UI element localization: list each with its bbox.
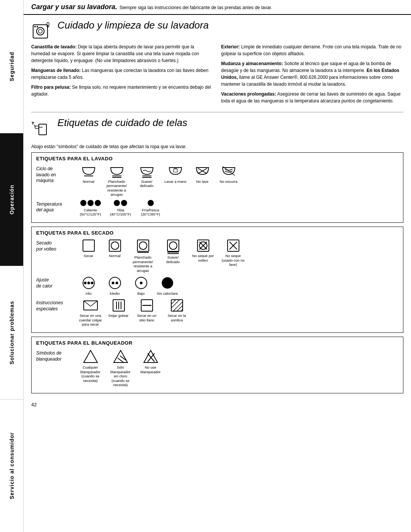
svg-point-49 [91,281,93,284]
dot1 [114,200,120,206]
special-drip-icon: Dejar gotear [108,299,129,318]
sidebar-section-solucionar: Solucionar problemas [0,266,23,399]
header-subtitle: Siempre siga las instrucciones del fabri… [119,5,272,10]
heat-low-icon: Bajo [131,276,151,296]
section2-header: Etiquetas de cuidado de telas [24,112,411,141]
sidebar-label-operacion: Operación [9,185,15,214]
svg-point-14 [33,122,34,123]
filtro-text: Filtro para pelusa: Se limpia solo, no r… [31,84,213,97]
bleach-no-icon: No use blanqueador [138,349,163,374]
wash-nodrip-icon: No escurra [218,165,239,184]
section2-title: Etiquetas de cuidado de telas [57,117,187,129]
dry-delicate-label: Suave/ delicado [161,255,185,264]
special-shade-label: Secar en la sombra [164,313,189,322]
dot2 [121,200,127,206]
svg-point-52 [115,281,118,284]
sidebar-section-operacion: Operación [0,133,23,267]
svg-point-4 [37,26,38,27]
temp-warm-dots [114,200,127,206]
temp-hot-dots [80,200,101,206]
special-drip-label: Dejar gotear [108,313,128,318]
calor-icons: Alto Medio [78,276,178,296]
dry-delicate-icon: Suave/ delicado [161,239,185,264]
secado-row-calor: Ajustede calor Alto [36,276,398,296]
volteo-icons: Secar Normal [78,239,245,273]
blanqueador-title: ETIQUETAS PARA EL BLANQUEADOR [36,340,398,346]
sidebar-label-solucionar: Solucionar problemas [9,301,15,364]
svg-point-12 [32,123,33,125]
svg-point-13 [32,122,33,123]
svg-marker-73 [144,350,158,363]
section1-text: Canastilla de lavado: Deje la tapa abier… [24,43,411,112]
lavado-row-temp: Temperaturadel agua Caliente (50°C/120°F… [36,200,398,217]
bleach-any-icon: Cualquier blanqueador (cuando se necesit… [78,349,103,383]
temp-hot-icon: Caliente (50°C/120°F) [78,200,103,217]
sidebar-section-seguridad: Seguridad [0,0,23,133]
heat-medium-icon: Medio [104,276,125,296]
especiales-label: Instruccionesespeciales [36,299,78,312]
temp-label: Temperaturadel agua [36,200,78,213]
wash-nodrip-label: No escurra [220,179,237,184]
svg-point-31 [111,242,119,249]
dot1 [148,200,154,206]
heat-none-label: Sin calor/aire [157,291,178,296]
section1-header: Cuidado y limpieza de su lavadora [24,15,411,43]
special-flat-label: Secar en un sitio llano [134,313,159,322]
header-title: Cargar y usar su lavadora. [31,3,117,11]
svg-point-36 [169,242,177,249]
svg-point-3 [34,26,36,27]
col-right: Exterior: Limpie de inmediato cualquier … [221,43,403,107]
svg-point-33 [139,242,147,249]
blanqueador-box: ETIQUETAS PARA EL BLANQUEADOR Símbolos d… [31,337,403,393]
wash-no-icon: No lave [192,165,213,184]
especiales-icons: Secar en una cuerda/ colgar para secar D… [78,299,189,326]
calor-label: Ajustede calor [36,276,78,289]
etiquetas-section: Abajo están "símbolos" de cuidado de tel… [24,141,411,399]
dry-no-icon: No seque por volteo [191,239,215,262]
dry-permanent-label: Planchado permanente/ resistente a arrug… [131,255,155,273]
page-num-text: 42 [31,402,37,407]
heat-low-label: Bajo [137,291,145,296]
blanqueador-icons: Cualquier blanqueador (cuando se necesit… [78,349,163,387]
dry-no-label: No seque por volteo [191,254,215,262]
page-header: Cargar y usar su lavadora. Siempre siga … [24,0,411,15]
svg-point-2 [38,29,42,33]
svg-line-64 [171,300,176,304]
bleach-nonchlor-icon: Sólo blanqueador sin cloro (cuando se ne… [108,349,133,387]
dot2 [88,200,94,206]
lavado-title: ETIQUETAS PARA EL LAVADO [36,156,398,161]
wash-hand-icon: Lavar a mano [164,165,186,184]
temp-cold-dots [148,200,154,206]
svg-point-48 [87,281,90,284]
special-line-icon: Secar en una cuerda/ colgar para secar [78,299,103,326]
heat-none-icon: Sin calor/aire [157,276,178,296]
lavado-box: ETIQUETAS PARA EL LAVADO Ciclo delavado … [31,152,403,223]
dry-nox-icon: No seque (usado con no lave) [221,239,245,267]
svg-point-54 [140,281,142,284]
section1-title: Cuidado y limpieza de su lavadora [57,19,209,31]
svg-point-55 [162,277,173,289]
lavado-row-ciclo: Ciclo delavado enmáquina Normal [36,165,398,197]
mudanza-text: Mudanza y almacenamiento: Solicite al té… [221,60,403,88]
heat-high-label: Alto [85,291,91,296]
dry-normal-label: Normal [109,254,121,258]
temp-warm-label: Tibia (40°C/105°F) [108,208,133,217]
sidebar-label-seguridad: Seguridad [9,52,15,81]
svg-point-50 [109,277,121,289]
dry-nox-label: No seque (usado con no lave) [221,254,245,267]
sidebar-section-servicio: Servicio al consumidor [0,399,23,532]
ciclo-label: Ciclo delavado enmáquina [36,165,78,184]
temp-cold-icon: Fría/fresca (30°C/85°F) [138,200,163,217]
vacaciones-text: Vacaciones prolongadas: Asegúrese de cer… [221,91,403,104]
temp-hot-label: Caliente (50°C/120°F) [78,208,103,217]
mangueras-lead: Mangueras de llenado: [31,68,81,73]
wash-no-label: No lave [196,179,208,184]
wash-delicate-icon: Suave/ delicado [134,165,159,188]
vacaciones-lead: Vacaciones prolongadas: [221,91,276,97]
etiquetas-intro: Abajo están "símbolos" de cuidado de tel… [31,144,403,149]
svg-rect-63 [171,300,183,311]
page-number: 42 [24,399,411,411]
svg-rect-9 [35,126,39,128]
heat-medium-label: Medio [110,291,120,296]
bleach-any-label: Cualquier blanqueador (cuando se necesit… [78,365,103,383]
